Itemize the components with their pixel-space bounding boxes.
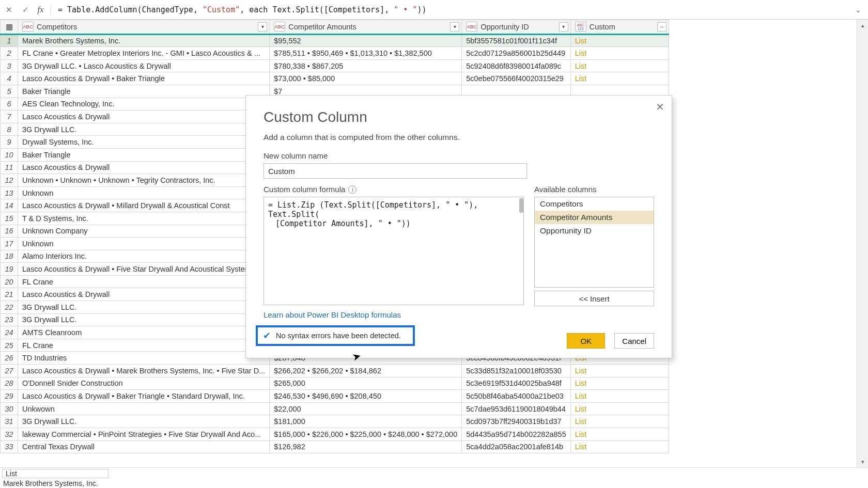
row-number[interactable]: 19 <box>1 263 18 276</box>
row-number[interactable]: 26 <box>1 352 18 365</box>
table-row[interactable]: 32lakeway Commercial • PinPoint Strategi… <box>1 428 669 441</box>
cell-opportunity[interactable]: 5bf3557581c01f001f11c34f <box>462 34 571 47</box>
cell-opportunity[interactable]: 5c3e6919f531d40025ba948f <box>462 377 571 390</box>
available-item[interactable]: Opportunity ID <box>535 224 654 238</box>
cell-competitors[interactable]: Alamo Interiors Inc. <box>18 250 270 263</box>
cell-competitors[interactable]: Baker Triangle <box>18 148 270 161</box>
cell-competitors[interactable]: Marek Brothers Systems, Inc. <box>18 34 270 47</box>
row-number[interactable]: 20 <box>1 275 18 288</box>
cell-competitors[interactable]: AMTS Cleanroom <box>18 326 270 339</box>
cell-opportunity[interactable]: 5c2cd07129a856001b25d449 <box>462 47 571 60</box>
row-number[interactable]: 15 <box>1 212 18 225</box>
cell-competitors[interactable]: 3G Drywall LLC. <box>18 123 270 136</box>
cell-opportunity[interactable]: 5d4435a95d714b002282a855 <box>462 428 571 441</box>
cell-custom[interactable]: List <box>570 377 669 390</box>
cell-competitors[interactable]: Baker Triangle <box>18 85 270 98</box>
cell-custom[interactable]: List <box>570 365 669 377</box>
row-number[interactable]: 5 <box>1 85 18 98</box>
cell-competitors[interactable]: lakeway Commercial • PinPoint Strategies… <box>18 428 270 441</box>
row-number[interactable]: 31 <box>1 415 18 428</box>
cancel-formula-icon[interactable]: ✕ <box>3 4 14 15</box>
row-number[interactable]: 4 <box>1 72 18 85</box>
cell-custom[interactable]: List <box>570 428 669 441</box>
cell-amounts[interactable]: $785,511 • $950,469 • $1,013,310 • $1,38… <box>270 47 462 60</box>
filter-dropdown-icon[interactable]: ▾ <box>258 22 267 32</box>
new-column-input[interactable] <box>264 163 527 179</box>
cell-competitors[interactable]: 3G Drywall LLC. • Lasco Acoustics & Dryw… <box>18 59 270 72</box>
cell-competitors[interactable]: AES Clean Technology, Inc. <box>18 98 270 111</box>
row-number[interactable]: 33 <box>1 440 18 453</box>
cell-competitors[interactable]: Lasco Acoustics & Drywall <box>18 288 270 301</box>
row-number[interactable]: 12 <box>1 174 18 187</box>
row-number[interactable]: 10 <box>1 148 18 161</box>
cancel-button[interactable]: Cancel <box>614 333 654 349</box>
cell-competitors[interactable]: FL Crane <box>18 275 270 288</box>
table-row[interactable]: 4Lasco Acoustics & Drywall • Baker Trian… <box>1 72 669 85</box>
cell-amounts[interactable]: $73,000 • $85,000 <box>270 72 462 85</box>
cell-competitors[interactable]: 3G Drywall LLC. <box>18 301 270 314</box>
row-number[interactable]: 6 <box>1 98 18 111</box>
filter-dropdown-icon[interactable]: ▾ <box>559 22 568 32</box>
table-row[interactable]: 27Lasco Acoustics & Drywall • Marek Brot… <box>1 365 669 377</box>
cell-competitors[interactable]: Drywall Systems, Inc. <box>18 136 270 149</box>
row-number[interactable]: 21 <box>1 288 18 301</box>
cell-competitors[interactable]: Unknown <box>18 186 270 199</box>
row-number[interactable]: 8 <box>1 123 18 136</box>
expand-formula-icon[interactable]: ⌄ <box>851 6 865 14</box>
cell-competitors[interactable]: FL Crane <box>18 339 270 352</box>
cell-opportunity[interactable]: 5c50b8f46aba54000a21be03 <box>462 390 571 403</box>
row-number[interactable]: 32 <box>1 428 18 441</box>
table-row[interactable]: 33G Drywall LLC. • Lasco Acoustics & Dry… <box>1 59 669 72</box>
commit-formula-icon[interactable]: ✓ <box>20 4 31 15</box>
cell-custom[interactable]: List <box>570 440 669 453</box>
row-number[interactable]: 22 <box>1 301 18 314</box>
cell-custom[interactable]: List <box>570 415 669 428</box>
cell-competitors[interactable]: Lasco Acoustics & Drywall <box>18 111 270 123</box>
close-icon[interactable]: ✕ <box>656 101 664 113</box>
cell-opportunity[interactable]: 5c92408d6f83980014fa089c <box>462 59 571 72</box>
cell-amounts[interactable]: $22,000 <box>270 402 462 415</box>
col-header-custom[interactable]: Custom ↔ <box>570 20 669 35</box>
cell-custom[interactable]: List <box>570 402 669 415</box>
table-row[interactable]: 2FL Crane • Greater Metroplex Interiors … <box>1 47 669 60</box>
row-number[interactable]: 7 <box>1 111 18 123</box>
cell-competitors[interactable]: Unknown <box>18 238 270 250</box>
row-number[interactable]: 28 <box>1 377 18 390</box>
cell-amounts[interactable]: $246,530 • $496,690 • $208,450 <box>270 390 462 403</box>
vertical-scrollbar[interactable]: ▴ ▾ <box>857 20 868 467</box>
row-number[interactable]: 11 <box>1 161 18 174</box>
row-number[interactable]: 24 <box>1 326 18 339</box>
col-header-opportunity[interactable]: ABCOpportunity ID ▾ <box>462 20 571 35</box>
expand-column-icon[interactable]: ↔ <box>657 22 667 32</box>
cell-competitors[interactable]: T & D Systems, Inc. <box>18 212 270 225</box>
editor-scrollbar[interactable] <box>519 198 523 213</box>
available-item[interactable]: Competitors <box>535 197 654 211</box>
row-number[interactable]: 25 <box>1 339 18 352</box>
table-row[interactable]: 313G Drywall LLC.$181,0005cd0973b7ff2940… <box>1 415 669 428</box>
row-number[interactable]: 1 <box>1 34 18 47</box>
cell-opportunity[interactable]: 5ca4dd2a058ac2001afe814b <box>462 440 571 453</box>
cell-custom[interactable]: List <box>570 47 669 60</box>
cell-competitors[interactable]: Lasco Acoustics & Drywall • Baker Triang… <box>18 72 270 85</box>
cell-custom[interactable]: List <box>570 72 669 85</box>
cell-opportunity[interactable]: 5c7dae953d61190018049b44 <box>462 402 571 415</box>
scroll-up-icon[interactable]: ▴ <box>857 20 868 31</box>
cell-custom[interactable]: List <box>570 59 669 72</box>
cell-opportunity[interactable]: 5c0ebe075566f40020315e29 <box>462 72 571 85</box>
row-number[interactable]: 3 <box>1 59 18 72</box>
cell-amounts[interactable]: $265,000 <box>270 377 462 390</box>
row-number[interactable]: 16 <box>1 225 18 238</box>
cell-competitors[interactable]: Unkwown <box>18 402 270 415</box>
cell-competitors[interactable]: Central Texas Drywall <box>18 440 270 453</box>
cell-amounts[interactable]: $780,338 • $867,205 <box>270 59 462 72</box>
col-header-amounts[interactable]: ABCCompetitor Amounts ▾ <box>270 20 462 35</box>
cell-competitors[interactable]: Lasco Acoustics & Drywall • Baker Triang… <box>18 390 270 403</box>
row-number[interactable]: 29 <box>1 390 18 403</box>
table-row[interactable]: 1Marek Brothers Systems, Inc.$95,5525bf3… <box>1 34 669 47</box>
row-number[interactable]: 18 <box>1 250 18 263</box>
cell-competitors[interactable]: FL Crane • Greater Metroplex Interiors I… <box>18 47 270 60</box>
table-row[interactable]: 28O'Donnell Snider Construction$265,0005… <box>1 377 669 390</box>
row-header-corner[interactable]: ▦ <box>1 20 18 35</box>
filter-dropdown-icon[interactable]: ▾ <box>450 22 459 32</box>
cell-amounts[interactable]: $266,202 • $266,202 • $184,862 <box>270 365 462 377</box>
